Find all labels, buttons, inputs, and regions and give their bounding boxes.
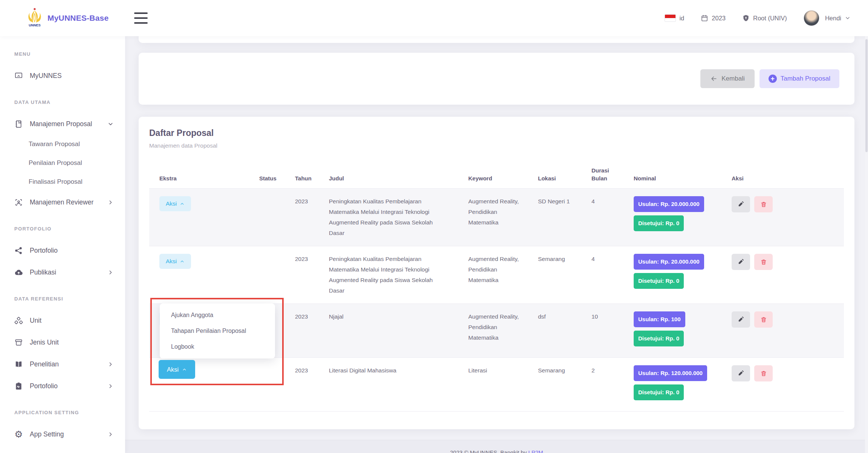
- cell-nominal: Usulan: Rp. 20.000.000 Disetujui: Rp. 0: [623, 246, 721, 304]
- cell-tahun: 2023: [285, 246, 319, 304]
- svg-text:UNNES: UNNES: [29, 23, 41, 27]
- footer-link[interactable]: LP2M: [528, 449, 543, 453]
- delete-button[interactable]: [754, 365, 773, 381]
- edit-button[interactable]: [732, 311, 750, 328]
- page-scrollbar[interactable]: [865, 36, 868, 453]
- chevron-right-icon: [107, 269, 114, 276]
- sidebar-item-myunnes[interactable]: MyUNNES: [0, 65, 125, 87]
- user-menu[interactable]: Hendi: [804, 10, 851, 26]
- sidebar-item-portofolio-ref[interactable]: Portofolio: [0, 375, 125, 397]
- menu-item-ajukan-anggota[interactable]: Ajukan Anggota: [160, 307, 275, 323]
- col-aksi: Aksi: [721, 159, 844, 189]
- chevron-down-icon: [107, 121, 114, 127]
- monitor-icon: [14, 72, 23, 80]
- gear-icon: ⚙: [14, 430, 23, 439]
- row-aksi-dropdown-button[interactable]: Aksi: [159, 196, 191, 211]
- sidebar: MENU MyUNNES DATA UTAMA Manajemen Propos…: [0, 36, 125, 453]
- section-label-portofolio: PORTOFOLIO: [14, 226, 125, 233]
- edit-button[interactable]: [732, 365, 750, 381]
- col-tahun: Tahun: [285, 159, 319, 189]
- menu-item-logbook[interactable]: Logbook: [160, 339, 275, 355]
- cloud-upload-icon: [14, 268, 23, 277]
- role-badge[interactable]: Root (UNIV): [742, 14, 787, 22]
- edit-button[interactable]: [732, 196, 750, 212]
- cubes-icon: [14, 316, 23, 325]
- pencil-icon: [738, 370, 744, 377]
- table-header-row: Ekstra Status Tahun Judul Keyword Lokasi…: [149, 159, 844, 189]
- col-judul: Judul: [319, 159, 458, 189]
- locale-switcher[interactable]: id: [665, 14, 684, 22]
- top-navbar: UNNES MyUNNES-Base id 2023 Root (UNIV) H…: [0, 0, 868, 36]
- delete-button[interactable]: [754, 311, 773, 328]
- active-aksi-dropdown-button[interactable]: Aksi: [159, 360, 195, 379]
- col-status: Status: [249, 159, 285, 189]
- sidebar-item-publikasi[interactable]: Publikasi: [0, 261, 125, 283]
- role-label: Root (UNIV): [753, 15, 787, 22]
- disetujui-badge: Disetujui: Rp. 0: [634, 273, 684, 289]
- section-label-application-setting: APPLICATION SETTING: [14, 410, 125, 417]
- year-value: 2023: [712, 15, 726, 22]
- user-scan-icon: [14, 198, 23, 207]
- cell-nominal: Usulan: Rp. 120.000.000 Disetujui: Rp. 0: [623, 358, 721, 412]
- cell-lokasi: SD Negeri 1: [528, 189, 581, 246]
- sidebar-item-penelitian[interactable]: Penelitian: [0, 353, 125, 375]
- usulan-badge: Usulan: Rp. 20.000.000: [634, 196, 704, 212]
- caret-up-icon: [180, 259, 185, 264]
- cell-judul: Literasi Digital Mahasiswa: [319, 358, 458, 412]
- sidebar-item-penilaian-proposal[interactable]: Penilaian Proposal: [0, 154, 125, 172]
- sidebar-item-unit[interactable]: Unit: [0, 310, 125, 331]
- cell-lokasi: dsf: [528, 304, 581, 358]
- delete-button[interactable]: [754, 254, 773, 270]
- col-ekstra: Ekstra: [149, 159, 249, 189]
- sidebar-item-manajemen-proposal[interactable]: Manajemen Proposal: [0, 113, 125, 135]
- locale-label: id: [679, 15, 684, 22]
- row-aksi-dropdown-button[interactable]: Aksi: [159, 254, 191, 269]
- scroll-right-chevron-icon[interactable]: ›: [851, 225, 855, 240]
- cell-aksi: [721, 246, 844, 304]
- scrollbar-thumb[interactable]: [865, 39, 868, 152]
- cell-durasi: 4: [581, 246, 623, 304]
- brand-name: MyUNNES-Base: [47, 14, 108, 23]
- page-title: Daftar Proposal: [149, 128, 844, 138]
- back-button[interactable]: Kembali: [700, 69, 754, 88]
- sidebar-item-tawaran-proposal[interactable]: Tawaran Proposal: [0, 135, 125, 154]
- page-subtitle: Manajemen data Proposal: [149, 142, 844, 149]
- caret-up-icon: [182, 367, 187, 372]
- cell-keyword: Augmented Reality, Pendidikan Matematika: [458, 246, 528, 304]
- journal-icon: [14, 120, 23, 128]
- delete-button[interactable]: [754, 196, 773, 212]
- footer: 2023 © MyUNNES, Bangkit by LP2M: [125, 440, 868, 453]
- cell-status: [249, 358, 285, 412]
- aksi-dropup-menu: Ajukan Anggota Tahapan Penilaian Proposa…: [160, 304, 275, 358]
- cell-lokasi: Semarang: [528, 246, 581, 304]
- menu-toggle-icon[interactable]: [134, 12, 148, 24]
- year-selector[interactable]: 2023: [701, 14, 726, 22]
- cell-keyword: Augmented Reality, Pendidikan Matematika: [458, 304, 528, 358]
- cell-durasi: 4: [581, 189, 623, 246]
- add-proposal-button[interactable]: + Tambah Proposal: [760, 69, 839, 88]
- sidebar-item-jenis-unit[interactable]: Jenis Unit: [0, 331, 125, 353]
- usulan-badge: Usulan: Rp. 20.000.000: [634, 254, 704, 270]
- main-content: Kembali + Tambah Proposal Daftar Proposa…: [125, 36, 868, 453]
- arrow-left-icon: [710, 75, 718, 82]
- sidebar-item-finalisasi-proposal[interactable]: Finalisasi Proposal: [0, 172, 125, 191]
- cell-judul: Peningkatan Kualitas Pembelajaran Matema…: [319, 246, 458, 304]
- col-keyword: Keyword: [458, 159, 528, 189]
- section-label-data-utama: DATA UTAMA: [14, 99, 125, 107]
- brand[interactable]: UNNES MyUNNES-Base: [26, 8, 113, 29]
- user-name: Hendi: [825, 15, 841, 22]
- calendar-icon: [701, 14, 708, 22]
- cell-aksi: [721, 189, 844, 246]
- sidebar-item-manajemen-reviewer[interactable]: Manajemen Reviewer: [0, 191, 125, 213]
- indonesia-flag-icon: [665, 14, 676, 22]
- sidebar-item-portofolio[interactable]: Portofolio: [0, 239, 125, 261]
- unnes-logo-icon: UNNES: [26, 8, 43, 29]
- user-avatar: [804, 10, 819, 26]
- pencil-icon: [738, 201, 744, 208]
- cell-judul: Njajal: [319, 304, 458, 358]
- edit-button[interactable]: [732, 254, 750, 270]
- cell-aksi: [721, 304, 844, 358]
- menu-item-tahapan-penilaian[interactable]: Tahapan Penilaian Proposal: [160, 323, 275, 339]
- sidebar-item-app-setting[interactable]: ⚙ App Setting: [0, 423, 125, 445]
- cell-durasi: 2: [581, 358, 623, 412]
